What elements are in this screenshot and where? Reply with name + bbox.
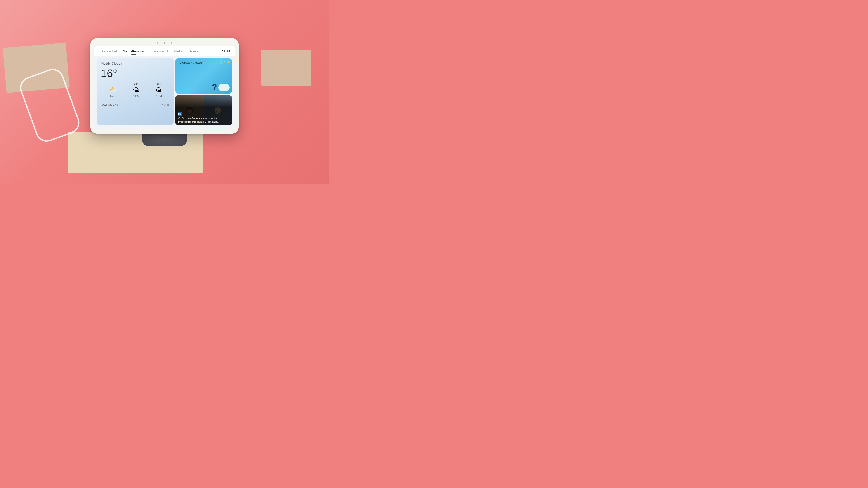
date-row: Wed, May 19 17° 8° <box>101 103 170 107</box>
nav-item-media[interactable]: Media <box>171 48 185 54</box>
snowflake-icon: ❄ <box>219 60 223 65</box>
nav-item-home-control[interactable]: Home control <box>147 48 171 54</box>
device-frame: Curated art Your afternoon Home control … <box>90 38 239 133</box>
nav-item-curated-art[interactable]: Curated art <box>99 48 120 54</box>
weather-card[interactable]: Mostly Cloudy 16° ⛅ Now 16° 🌤 3 PM <box>97 58 174 125</box>
sensor-bar <box>94 42 235 44</box>
content-area: Mostly Cloudy 16° ⛅ Now 16° 🌤 3 PM <box>94 56 235 127</box>
weather-condition: Mostly Cloudy <box>101 61 170 65</box>
star-icon: ★ <box>227 60 230 65</box>
forecast-label-6pm: 6 PM <box>156 95 162 98</box>
forecast-icon-3pm: 🌤 <box>133 86 139 94</box>
forecast-item-3pm: 16° 🌤 3 PM <box>133 82 139 98</box>
news-card[interactable]: 👩🏾 👴🏼 NY NY Attorney General announces t… <box>176 95 232 125</box>
camera-dot <box>164 42 165 44</box>
forecast-temp-6pm: 16° <box>156 82 161 86</box>
forecast-icon-now: ⛅ <box>109 86 117 94</box>
game-decorations: ❄ ✦ ★ <box>219 60 230 65</box>
forecast-label-3pm: 3 PM <box>133 95 139 98</box>
forecast-item-now: ⛅ Now <box>109 86 117 98</box>
forecast-row: ⛅ Now 16° 🌤 3 PM 16° 🌤 6 PM <box>101 82 170 98</box>
news-overlay: NY NY Attorney General announces the inv… <box>176 95 232 125</box>
speech-bubble-icon <box>218 84 230 92</box>
bg-decoration-box-right <box>261 50 311 86</box>
weather-temperature: 16° <box>101 68 170 79</box>
news-headline: NY Attorney General announces the invest… <box>178 117 230 123</box>
news-source-badge: NY <box>178 112 182 116</box>
forecast-label-now: Now <box>110 95 116 98</box>
question-mark: ? <box>212 83 217 92</box>
nav-item-games[interactable]: Games <box>185 48 201 54</box>
weather-date: Wed, May 19 <box>101 103 118 107</box>
clock-display: 12:36 <box>222 50 230 53</box>
navigation-bar: Curated art Your afternoon Home control … <box>94 46 235 56</box>
divider <box>101 101 170 101</box>
weather-low: 8° <box>167 103 170 107</box>
forecast-item-6pm: 16° 🌤 6 PM <box>156 82 162 98</box>
sensor-dot-left <box>157 42 158 44</box>
sparkle-icon: ✦ <box>223 60 226 65</box>
right-column: "Let's play a game" ❄ ✦ ★ ? <box>176 58 232 125</box>
device-screen: Curated art Your afternoon Home control … <box>94 46 235 129</box>
sensor-dot-right <box>171 42 172 44</box>
forecast-temp-3pm: 16° <box>134 82 138 86</box>
weather-temp-range: 17° 8° <box>162 103 170 107</box>
google-nest-hub-device: Curated art Your afternoon Home control … <box>90 38 239 146</box>
nav-item-your-afternoon[interactable]: Your afternoon <box>120 48 147 54</box>
question-bubble: ? <box>212 83 230 92</box>
forecast-icon-6pm: 🌤 <box>156 86 162 94</box>
speaker-base <box>142 133 187 146</box>
weather-high: 17° <box>162 103 166 107</box>
game-card[interactable]: "Let's play a game" ❄ ✦ ★ ? <box>176 58 232 94</box>
